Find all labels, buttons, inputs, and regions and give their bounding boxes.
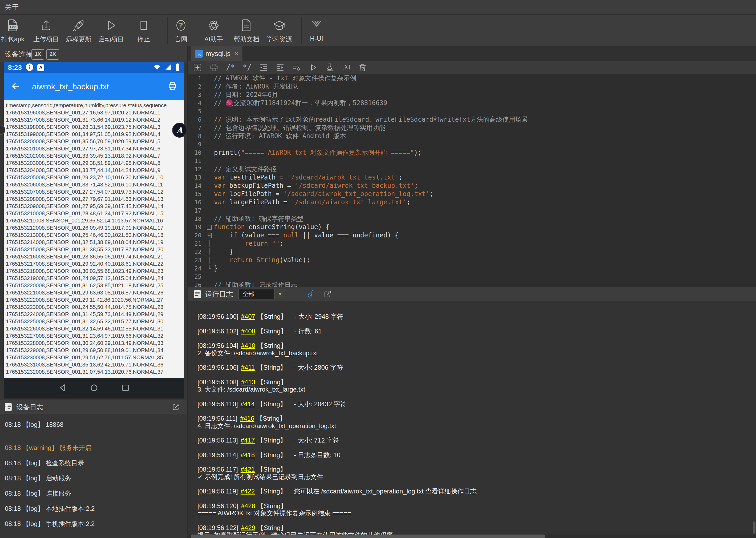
device-log-entry: 08:18 【log】 连接服务 [5, 486, 187, 501]
tab-close-icon[interactable]: × [234, 50, 239, 58]
log-id-link[interactable]: #410 [241, 342, 257, 349]
csv-row: 1765153209008,SENSOR_001,27.95,69.39,101… [6, 202, 182, 210]
toolbar-item-apk[interactable]: APK打包apk [1, 18, 24, 43]
log-id-link[interactable]: #421 [241, 466, 257, 473]
line-number: 24 [188, 264, 204, 273]
log-timestamp: [08:19:56.117] [198, 466, 238, 473]
new-block-icon[interactable] [192, 62, 203, 73]
clear-console-icon[interactable] [357, 62, 368, 73]
nav-back-icon[interactable] [57, 382, 68, 395]
toolbar-item-label: 远程更新 [66, 35, 91, 43]
indent-icon[interactable] [274, 62, 286, 73]
tab-mysql-js[interactable]: JS mysql.js × [191, 46, 243, 61]
device-log-title: 设备日志 [17, 401, 43, 414]
toolbar-item-question[interactable]: ?官网 [174, 18, 188, 43]
log-id-link[interactable]: #417 [241, 437, 257, 444]
test-flask-icon[interactable] [324, 62, 336, 73]
comment-open-icon[interactable]: /* [225, 62, 236, 73]
menu-about[interactable]: 关于 [0, 0, 24, 14]
toolbar-separator [167, 17, 168, 44]
csv-row: 1765153198008,SENSOR_001,28.31,54.69,102… [6, 123, 182, 131]
device-log-list: 08:18 【log】 1886808:18 【warning】 服务未开启08… [0, 414, 187, 538]
code-text: // 包含边界情况处理、错误检测、复杂数据处理等实用功能 [214, 124, 385, 132]
nav-home-icon[interactable] [88, 382, 100, 395]
toolbar-item-label: 打包apk [1, 35, 24, 43]
fold-collapse-icon[interactable] [204, 231, 214, 240]
code-text: function ensureString(value) { [214, 223, 329, 231]
csv-row: 1765153197008,SENSOR_001,31.73,66.14,101… [6, 116, 182, 123]
horizontal-scrollbar[interactable] [188, 535, 756, 538]
log-id-link[interactable]: #411 [241, 364, 257, 371]
log-filter-value: 全部 [239, 290, 274, 299]
log-id-link[interactable]: #407 [241, 313, 257, 320]
log-id-link[interactable]: #414 [241, 401, 257, 407]
csv-row: 1765153205008,SENSOR_001,29.23,72.10,101… [6, 174, 182, 181]
run-log-entry: [08:19:56.100]#407【String】- 大小: 2948 字符 [198, 313, 756, 320]
csv-row: 1765153202008,SENSOR_001,33.39,45.13,101… [6, 152, 182, 159]
log-id-link[interactable]: #416 [240, 415, 256, 422]
code-line: 2// 作者: AIWROK 开发团队 [188, 82, 756, 91]
code-line: 20 if (value === null || value === undef… [188, 231, 756, 240]
fold-guide [204, 215, 214, 223]
fold-guide [204, 116, 214, 124]
cap-icon [273, 18, 286, 33]
toolbar-item-hui[interactable]: H-UI [310, 18, 323, 42]
toolbar-item-stop[interactable]: 停止 [137, 18, 150, 43]
run-script-icon[interactable] [307, 62, 319, 73]
run-log-entry: [08:19:56.119]#422【String】您可以在 /sdcard/a… [198, 488, 756, 495]
toolbar-item-play[interactable]: 启动项目 [98, 18, 124, 43]
run-log-entry: [08:19:56.117]#421【String】✓ 示例完成! 所有测试结果… [198, 466, 756, 480]
csv-row: 1765153212008,SENSOR_001,26.09,49.19,101… [6, 224, 182, 231]
toolbar-item-rocket[interactable]: 远程更新 [66, 18, 91, 43]
device-log-export-icon[interactable] [171, 403, 180, 412]
horizontal-scrollbar-thumb[interactable] [191, 535, 545, 538]
comment-close-icon[interactable]: */ [241, 62, 253, 73]
code-editor[interactable]: 1// AIWROK 软件 - txt 对象文件操作复杂示例2// 作者: AI… [188, 74, 756, 287]
outdent-icon[interactable] [258, 62, 269, 73]
line-number: 19 [188, 223, 204, 231]
fold-collapse-icon[interactable] [204, 223, 214, 231]
print-code-icon[interactable] [208, 62, 220, 73]
csv-row: 1765153227008,SENSOR_001,31.23,64.97,101… [6, 332, 182, 339]
toolbar-item-openai[interactable]: AI助手 [204, 18, 223, 43]
toolbar-separator [301, 17, 302, 44]
device-connect-header: 设备连接 1X 2X [0, 46, 187, 62]
log-id-link[interactable]: #428 [241, 502, 257, 510]
code-text: var logFilePath = '/sdcard/aiwrok_txt_op… [214, 190, 434, 198]
log-id-link[interactable]: #418 [241, 451, 257, 458]
log-id-link[interactable]: #408 [241, 328, 257, 335]
phone-mirror[interactable]: 8:23 A aiwrok_txt_backup.txt timestamp,s… [4, 62, 184, 445]
csv-row: 1765153213008,SENSOR_001,25.46,46.30,102… [6, 231, 182, 239]
variables-icon[interactable]: [X] [340, 62, 352, 73]
clear-log-icon[interactable] [306, 290, 315, 300]
toolbar-item-upload[interactable]: 上传项目 [33, 18, 59, 43]
log-id-link[interactable]: #422 [241, 488, 257, 495]
run-log-entry: [08:19:56.114]#418【String】- 日志条目数: 10 [198, 451, 756, 459]
back-arrow-icon[interactable] [11, 81, 21, 92]
mirror-zoom-2x-button[interactable]: 2X [46, 49, 59, 60]
run-log-entry: [08:19:56.102]#408【String】- 行数: 61 [198, 328, 756, 335]
toolbar-item-doc[interactable]: 帮助文档 [234, 18, 259, 43]
code-text: // 辅助函数: 记录操作日志 [214, 281, 297, 287]
csv-row: 1765153230008,SENSOR_001,29.51,62.76,101… [6, 354, 182, 361]
log-message: ===== AIWROK txt 对象文件操作复杂示例结束 ===== [198, 510, 756, 517]
vertical-scrollbar-thumb[interactable] [753, 521, 755, 534]
main-toolbar: APK打包apk上传项目远程更新启动项目停止?官网AI助手帮助文档学习资源H-U… [0, 15, 756, 47]
code-line: 12// 定义测试文件路径 [188, 165, 756, 173]
log-message: 2. 备份文件: /sdcard/aiwrok_txt_backup.txt [198, 350, 756, 357]
log-id-link[interactable]: #413 [241, 379, 257, 386]
print-icon[interactable] [167, 81, 177, 92]
log-id-link[interactable]: #429 [241, 524, 257, 531]
line-number: 4 [188, 99, 204, 107]
floating-assistant-button[interactable]: A [172, 123, 187, 137]
run-log-icon [193, 290, 202, 300]
format-code-icon[interactable] [291, 62, 303, 73]
log-message: ✓ 示例完成! 所有测试结果已记录到日志文件 [198, 473, 756, 481]
run-log-export-icon[interactable] [323, 290, 332, 299]
mirror-zoom-1x-button[interactable]: 1X [31, 49, 44, 60]
nav-recents-icon[interactable] [120, 382, 131, 395]
toolbar-item-cap[interactable]: 学习资源 [266, 18, 292, 43]
chevron-down-icon: ▼ [274, 290, 286, 299]
log-filter-dropdown[interactable]: 全部 ▼ [239, 289, 286, 299]
log-timestamp: [08:19:56.113] [198, 437, 238, 444]
